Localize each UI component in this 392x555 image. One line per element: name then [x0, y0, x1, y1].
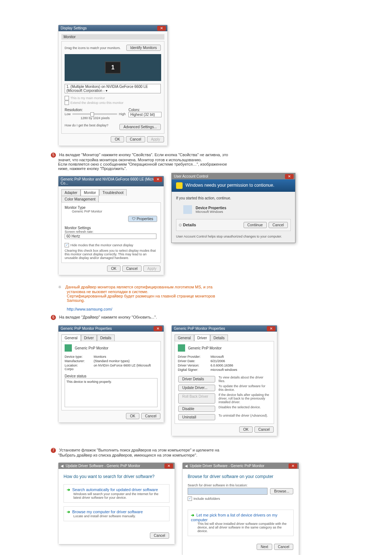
tab-troubleshoot[interactable]: Troubleshoot — [99, 189, 127, 196]
step-5-text-4: ниже, нажмите кнопку "Продолжить". — [58, 166, 127, 171]
disable-button[interactable]: Disable — [178, 406, 215, 412]
refresh-rate-select[interactable]: 60 Hertz — [65, 234, 156, 239]
monitor-device-icon — [178, 344, 185, 352]
resolution-label: Resolution: — [65, 108, 126, 112]
ok-button[interactable]: OK — [107, 266, 120, 272]
digital-signer-value: microsoft windows — [211, 368, 237, 372]
arrow-icon: ➔ — [67, 487, 70, 492]
menu-item[interactable]: Monitor — [61, 34, 164, 40]
close-icon[interactable]: ✕ — [157, 26, 166, 31]
tab-driver[interactable]: Driver — [194, 335, 211, 341]
close-icon[interactable]: ✕ — [289, 463, 297, 469]
dialog-title: Generic PnP Monitor Properties — [174, 327, 225, 331]
update-driver-button[interactable]: Update Driver... — [178, 385, 215, 391]
location-label: Location: — [65, 364, 94, 367]
extend-desktop-checkbox — [65, 101, 69, 105]
advanced-settings-button[interactable]: Advanced Settings... — [119, 124, 161, 130]
hide-modes-label: Hide modes that the monitor cannot displ… — [70, 243, 133, 247]
monitor-icon[interactable]: 1 — [105, 61, 121, 74]
tab-general[interactable]: General — [61, 335, 81, 341]
rollback-driver-button: Roll Back Driver — [178, 393, 215, 404]
uninstall-desc: To uninstall the driver (Advanced). — [219, 414, 271, 421]
cancel-button[interactable]: Cancel — [254, 426, 274, 433]
back-icon[interactable]: ◀ — [185, 464, 188, 468]
back-icon[interactable]: ◀ — [61, 464, 64, 468]
ok-button[interactable]: OK — [111, 136, 124, 142]
main-monitor-checkbox — [65, 96, 69, 100]
tab-driver[interactable]: Driver — [81, 335, 97, 341]
manufacturer-value: (Standard monitor types) — [94, 359, 130, 363]
tab-details[interactable]: Details — [97, 335, 115, 341]
uac-if-text: If you started this action, continue. — [176, 196, 291, 200]
device-icon — [183, 205, 192, 214]
extend-desktop-label: Extend the desktop onto this monitor — [70, 101, 123, 105]
cancel-button[interactable]: Cancel — [126, 136, 145, 142]
cancel-button[interactable]: Cancel — [141, 413, 160, 419]
cancel-button[interactable]: Cancel — [150, 532, 169, 539]
digital-signer-label: Digital Signer: — [178, 368, 211, 372]
colors-select[interactable]: Highest (32 bit) — [128, 112, 162, 117]
details-button[interactable]: Details — [183, 223, 196, 227]
next-button[interactable]: Next — [257, 544, 272, 550]
dialog-title: Display Settings — [61, 26, 87, 30]
apply-button: Apply — [147, 136, 164, 142]
include-subfolders-checkbox[interactable]: ✓ — [188, 497, 192, 501]
monitor-type-value: Generic PnP Monitor — [65, 210, 158, 213]
display-settings-dialog: Display Settings✕ Monitor Drag the icons… — [58, 25, 168, 146]
pnp-properties-driver-dialog: Generic PnP Monitor Properties✕ GeneralD… — [171, 325, 277, 436]
option-pick-from-list[interactable]: ➔Let me pick from a list of device drive… — [188, 510, 294, 536]
path-combobox[interactable] — [188, 488, 268, 495]
hide-modes-checkbox[interactable]: ✓ — [65, 243, 69, 247]
option-search-auto[interactable]: ➔Search automatically for updated driver… — [64, 484, 170, 503]
update-driver-browse-dialog: ◀Update Driver Software - Generic PnP Mo… — [182, 462, 299, 555]
uninstall-button[interactable]: Uninstall — [178, 414, 215, 420]
device-status-box: This device is working properly. — [65, 378, 158, 407]
close-icon[interactable]: ✕ — [164, 463, 173, 469]
drag-text: Drag the icons to match your monitors. — [65, 46, 121, 50]
tab-general[interactable]: General — [175, 335, 194, 341]
apply-button: Apply — [143, 266, 160, 272]
driver-details-button[interactable]: Driver Details — [178, 376, 215, 382]
hide-modes-note: Clearing this check box allows you to se… — [65, 249, 158, 260]
shield-icon — [176, 182, 183, 189]
ok-button[interactable]: OK — [239, 426, 252, 433]
option-browse-computer[interactable]: ➔Browse my computer for driver software … — [64, 506, 170, 521]
note-2: установка не вызовет неполадки в системе… — [67, 289, 148, 294]
note-3: Сертифицированный драйвер будет размещен… — [67, 294, 215, 298]
close-icon[interactable]: ✕ — [285, 174, 294, 179]
continue-button[interactable]: Contiinue — [244, 222, 267, 228]
browse-button[interactable]: Browse... — [270, 488, 293, 494]
cancel-button[interactable]: Cancel — [274, 544, 293, 550]
chevron-icon[interactable]: ⊙ — [179, 223, 182, 227]
ok-button[interactable]: OK — [126, 413, 139, 419]
monitor-select[interactable]: 1. (Multiple Monitors) on NVIDIA GeForce… — [65, 84, 161, 93]
properties-button[interactable]: 🛡 Properties — [128, 216, 157, 222]
cancel-button[interactable]: Cancel — [122, 266, 142, 272]
resolution-value: 1280 by 1024 pixels — [65, 116, 126, 120]
identify-monitors-button[interactable]: Identify Monitors — [126, 45, 161, 51]
tab-details[interactable]: Details — [210, 335, 228, 341]
tab-adapter[interactable]: Adapter — [61, 189, 81, 196]
step-5-text-1: На вкладке "Монитор" нажмите кнопку "Сво… — [59, 153, 228, 157]
resolution-slider[interactable] — [72, 113, 118, 115]
monitor-properties-dialog: Generic PnP Monitor and NVIDIA GeForce 6… — [58, 176, 164, 275]
monitor-device-icon — [65, 344, 72, 352]
tab-color-management[interactable]: Color Management — [61, 196, 99, 202]
high-label: High — [119, 112, 126, 116]
tab-monitor[interactable]: Monitor — [81, 189, 99, 196]
best-display-link[interactable]: How do I get the best display? — [65, 123, 109, 130]
arrow-icon: ➔ — [191, 513, 194, 518]
monitor-settings-label: Monitor Settings — [65, 226, 158, 230]
close-icon[interactable]: ✕ — [154, 177, 162, 182]
dialog-title: Update Driver Software - Generic PnP Mon… — [190, 464, 264, 468]
option-1-sub: Windows will search your computer and th… — [73, 492, 166, 499]
uac-heading: Windows needs your permission to contion… — [185, 183, 274, 188]
close-icon[interactable]: ✕ — [267, 326, 275, 331]
samsung-link[interactable]: http://www.samsung.com/ — [67, 307, 112, 311]
cancel-button[interactable]: Cancel — [269, 222, 288, 228]
driver-details-desc: To view details about the driver files. — [219, 376, 271, 383]
close-icon[interactable]: ✕ — [154, 326, 162, 331]
pnp-properties-general-dialog: Generic PnP Monitor Properties✕ GeneralD… — [58, 325, 164, 423]
device-heading: Generic PnP Monitor — [75, 346, 109, 350]
update-driver-desc: To update the driver software for this d… — [219, 384, 271, 392]
